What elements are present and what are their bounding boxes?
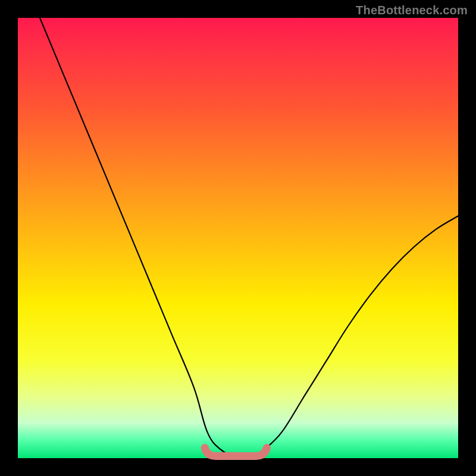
- watermark-text: TheBottleneck.com: [356, 4, 468, 17]
- flat-region-highlight: [205, 448, 267, 456]
- plot-area: [18, 18, 458, 458]
- bottleneck-curve: [40, 18, 458, 459]
- chart-frame: TheBottleneck.com: [0, 0, 476, 476]
- curve-svg: [18, 18, 458, 458]
